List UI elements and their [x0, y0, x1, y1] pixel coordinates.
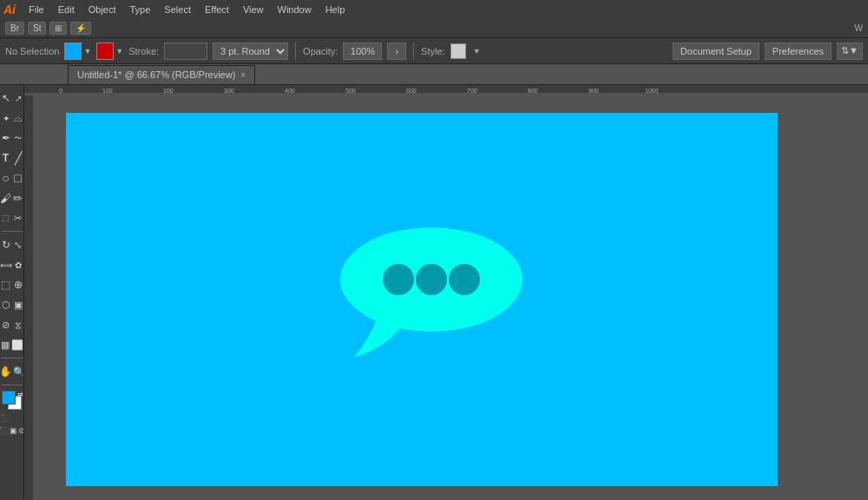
toolbars: ↖ ↗ ✦ ⌓ ✒ 〜 T ╱ ○ □: [0, 85, 24, 500]
wand-lasso-row: ✦ ⌓: [0, 109, 23, 128]
options-bar: No Selection ▼ ▼ Stroke: 3 pt. Round Opa…: [0, 38, 868, 64]
width-tool[interactable]: ⟺: [0, 255, 12, 274]
menu-view[interactable]: View: [237, 3, 270, 16]
chart-tool[interactable]: ▦: [0, 335, 10, 354]
rect-tool[interactable]: □: [12, 168, 23, 188]
lightning-button[interactable]: ⚡: [70, 22, 91, 35]
opacity-input[interactable]: [343, 43, 382, 60]
menu-object[interactable]: Object: [82, 3, 122, 16]
top-ruler: 0 100 200 300 400 500 600 700 800 900 10…: [24, 85, 868, 95]
sep-2: [2, 358, 23, 359]
tab-close-button[interactable]: ×: [240, 70, 246, 80]
grid-button[interactable]: ⊞: [49, 22, 67, 35]
zoom-tool[interactable]: 🔍: [13, 362, 25, 381]
pencil-tool[interactable]: ✏: [12, 188, 23, 207]
eye-blend-row: ⊘ ⧖: [0, 315, 23, 334]
menu-help[interactable]: Help: [319, 3, 352, 16]
blend-tool[interactable]: ⧖: [12, 315, 23, 334]
bridge-bar: Br St ⊞ ⚡ W: [0, 19, 868, 38]
hand-tool[interactable]: ✋: [0, 362, 12, 381]
shape-builder-tool[interactable]: ⊕: [12, 275, 23, 294]
stroke-swatch[interactable]: [96, 43, 114, 60]
color-mode-none[interactable]: ⊘: [18, 424, 25, 437]
pen-tools-row: ✒ 〜: [0, 128, 23, 148]
style-arrow[interactable]: ▼: [473, 47, 481, 56]
color-swatches: ⬛ ⇄: [0, 391, 24, 422]
document-setup-button[interactable]: Document Setup: [673, 43, 760, 60]
arrange-button[interactable]: ⇅▼: [837, 43, 863, 60]
fg-color-swatch[interactable]: [2, 391, 16, 405]
type-line-row: T ╱: [0, 148, 23, 168]
eraser-tool[interactable]: ⬚: [0, 208, 11, 227]
sep-1: [2, 231, 23, 232]
menu-window[interactable]: Window: [272, 3, 318, 16]
stroke-swatch-container: ▼: [96, 43, 123, 60]
artboard: [66, 113, 778, 486]
svg-text:100: 100: [102, 88, 113, 94]
menu-type[interactable]: Type: [124, 3, 157, 16]
gradient-tool[interactable]: ▣: [12, 295, 23, 314]
type-tool[interactable]: T: [0, 148, 11, 168]
default-colors[interactable]: ⬛: [1, 414, 10, 422]
curvature-tool[interactable]: 〜: [12, 128, 23, 148]
hand-zoom-row: ✋ 🔍: [0, 362, 23, 381]
magic-wand-tool[interactable]: ✦: [0, 109, 11, 128]
color-mode-color[interactable]: ⬛: [0, 424, 9, 437]
stroke-arrow[interactable]: ▼: [115, 47, 123, 56]
select-tool[interactable]: ↖: [0, 89, 11, 108]
artboard-tool[interactable]: ⬜: [11, 335, 23, 354]
svg-text:1000: 1000: [645, 88, 659, 94]
stock-button[interactable]: St: [28, 22, 46, 35]
bridge-button[interactable]: Br: [5, 22, 24, 35]
direct-select-tool[interactable]: ↗: [12, 89, 23, 108]
shape-tools-row: ○ □: [0, 168, 23, 188]
selection-tools-row: ↖ ↗: [0, 89, 23, 108]
menu-file[interactable]: File: [23, 3, 50, 16]
perspective-tool[interactable]: ⬡: [0, 295, 11, 314]
lasso-tool[interactable]: ⌓: [12, 109, 23, 128]
left-toolbar: ↖ ↗ ✦ ⌓ ✒ 〜 T ╱ ○ □: [0, 85, 24, 500]
line-tool[interactable]: ╱: [12, 148, 23, 168]
sep-3: [2, 385, 23, 385]
preferences-button[interactable]: Preferences: [765, 43, 832, 60]
svg-point-14: [383, 264, 414, 295]
stroke-label: Stroke:: [128, 46, 159, 56]
canvas-area[interactable]: 0 100 200 300 400 500 600 700 800 900 10…: [24, 85, 868, 500]
ft-sb-row: ⬚ ⊕: [0, 275, 23, 294]
menu-edit[interactable]: Edit: [52, 3, 81, 16]
rotate-tool[interactable]: ↻: [0, 235, 11, 254]
paintbrush-tool[interactable]: 🖌: [0, 188, 11, 207]
pen-tool[interactable]: ✒: [0, 128, 11, 148]
stroke-width-bar: [164, 43, 207, 60]
transform-row: ↻ ⤡: [0, 235, 23, 254]
color-mode-row: ⬛ ▣ ⊘: [0, 424, 23, 437]
menu-effect[interactable]: Effect: [199, 3, 235, 16]
persp-grad-row: ⬡ ▣: [0, 295, 23, 314]
style-label: Style:: [421, 46, 445, 56]
fill-arrow[interactable]: ▼: [83, 47, 91, 56]
chart-ab-row: ▦ ⬜: [0, 335, 23, 354]
chat-bubble-icon: [336, 223, 527, 362]
style-swatch[interactable]: [450, 43, 466, 59]
menu-select[interactable]: Select: [158, 3, 197, 16]
free-transform-tool[interactable]: ⬚: [0, 275, 11, 294]
opacity-expand[interactable]: ›: [387, 43, 406, 60]
app-logo: Ai: [3, 3, 16, 16]
svg-text:600: 600: [406, 88, 417, 94]
eyedropper-tool[interactable]: ⊘: [0, 315, 11, 334]
tab-untitled[interactable]: Untitled-1* @ 66.67% (RGB/Preview) ×: [68, 65, 255, 84]
width-row: ⟺ ✿: [0, 255, 23, 274]
divider-2: [413, 43, 414, 60]
fill-swatch[interactable]: [64, 43, 82, 60]
tab-bar: Untitled-1* @ 66.67% (RGB/Preview) ×: [0, 64, 868, 85]
scissors-tool[interactable]: ✂: [12, 208, 23, 227]
swap-colors[interactable]: ⇄: [17, 391, 23, 398]
ellipse-tool[interactable]: ○: [0, 168, 11, 188]
svg-text:200: 200: [163, 88, 174, 94]
workspace-label: W: [855, 23, 863, 33]
svg-text:0: 0: [59, 88, 62, 94]
scale-tool[interactable]: ⤡: [12, 235, 23, 254]
puppet-warp-tool[interactable]: ✿: [13, 255, 23, 274]
color-mode-gradient[interactable]: ▣: [10, 424, 17, 437]
stroke-width-select[interactable]: 3 pt. Round: [213, 43, 288, 60]
